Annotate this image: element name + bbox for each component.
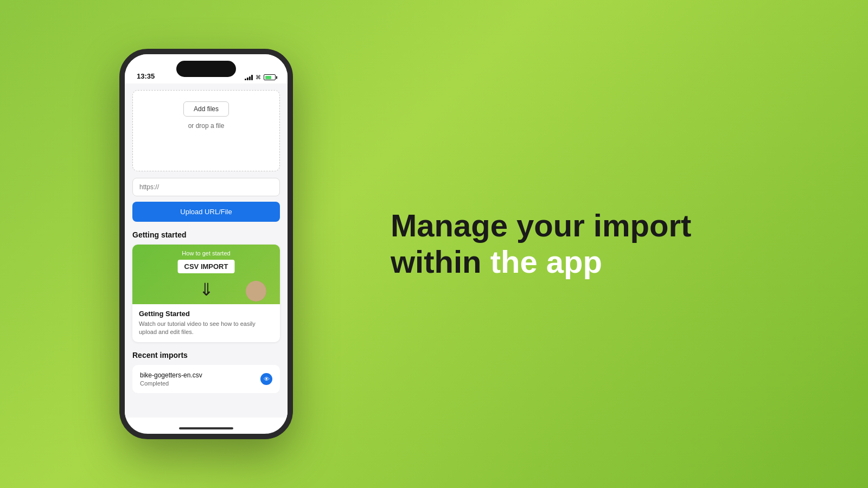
- recent-imports-section: Recent imports bike-gogetters-en.csv Com…: [125, 351, 288, 393]
- download-icon: ⇓: [199, 279, 214, 300]
- csv-import-badge: CSV IMPORT: [178, 260, 235, 273]
- hero-content: Manage your import within the app: [347, 208, 868, 280]
- import-item[interactable]: bike-gogetters-en.csv Completed 👁: [132, 365, 280, 393]
- status-icons: ⌘: [245, 74, 276, 80]
- upload-url-file-button[interactable]: Upload URL/File: [132, 202, 280, 222]
- hero-line-1: Manage your import: [391, 208, 825, 244]
- recent-imports-header: Recent imports: [132, 351, 280, 365]
- signal-bars-icon: [245, 75, 253, 80]
- wifi-icon: ⌘: [256, 74, 261, 80]
- tutorial-card[interactable]: How to get started CSV IMPORT ⇓ Getting …: [132, 245, 280, 342]
- url-input[interactable]: [132, 178, 280, 196]
- phone-content[interactable]: Add files or drop a file Upload URL/File…: [125, 84, 288, 418]
- url-input-container: [132, 178, 280, 196]
- file-drop-area[interactable]: Add files or drop a file: [132, 90, 280, 171]
- import-status: Completed: [140, 380, 202, 387]
- hero-line-2: within the app: [391, 244, 825, 280]
- drop-text: or drop a file: [188, 122, 225, 130]
- dynamic-island: [176, 61, 236, 77]
- status-time: 13:35: [137, 72, 155, 80]
- import-filename: bike-gogetters-en.csv: [140, 371, 202, 379]
- avatar-face: [246, 281, 266, 301]
- tutorial-info: Getting Started Watch our tutorial video…: [132, 304, 280, 342]
- phone-screen: 13:35 ⌘ Add: [125, 54, 288, 434]
- hero-line-2-highlight: the app: [490, 244, 602, 279]
- tutorial-title: Getting Started: [139, 310, 273, 318]
- phone-device: 13:35 ⌘ Add: [119, 49, 293, 439]
- tutorial-description: Watch our tutorial video to see how to e…: [139, 320, 273, 337]
- phone-wrapper: 13:35 ⌘ Add: [65, 0, 347, 488]
- avatar: [246, 281, 266, 301]
- getting-started-header: Getting started: [125, 230, 288, 245]
- battery-icon: [264, 74, 276, 80]
- view-import-icon[interactable]: 👁: [260, 373, 272, 385]
- how-to-text: How to get started: [182, 250, 230, 256]
- tutorial-thumbnail: How to get started CSV IMPORT ⇓: [132, 245, 280, 304]
- hero-line-2-normal: within: [391, 244, 490, 279]
- import-info: bike-gogetters-en.csv Completed: [140, 371, 202, 387]
- add-files-button[interactable]: Add files: [183, 101, 229, 117]
- hero-text: Manage your import within the app: [391, 208, 825, 280]
- home-indicator: [179, 427, 233, 429]
